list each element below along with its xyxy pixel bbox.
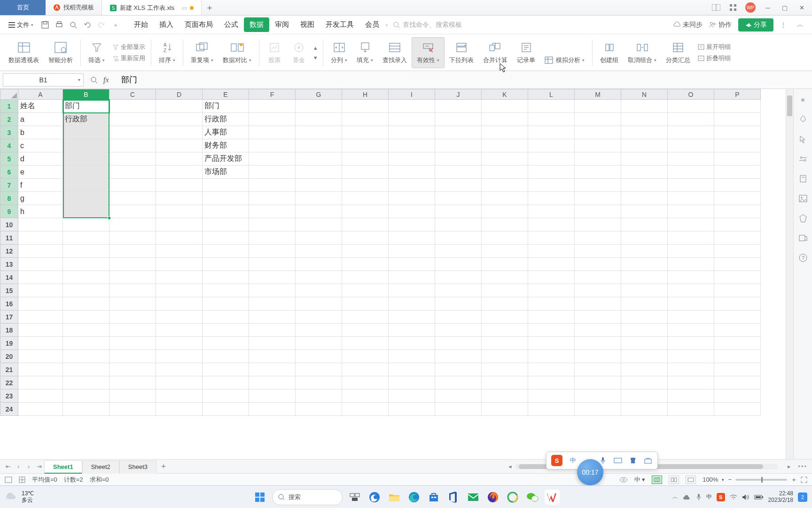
cell-H6[interactable] [342, 166, 389, 179]
edge-icon[interactable] [406, 490, 422, 505]
tab-home[interactable]: 首页 [0, 0, 46, 15]
cell-H11[interactable] [342, 231, 389, 245]
cell-A19[interactable] [18, 337, 63, 350]
dropdown-list-button[interactable]: 下拉列表 [445, 37, 478, 68]
cell-O14[interactable] [668, 271, 714, 284]
cell-C14[interactable] [109, 271, 156, 284]
row-header-13[interactable]: 13 [0, 258, 18, 271]
cell-E3[interactable]: 人事部 [203, 126, 249, 139]
col-header-H[interactable]: H [342, 89, 389, 100]
cell-O5[interactable] [668, 152, 714, 166]
row-header-1[interactable]: 1 [0, 100, 18, 113]
store-icon[interactable] [426, 490, 441, 505]
cell-D19[interactable] [156, 337, 203, 350]
cell-E14[interactable] [203, 271, 249, 284]
data-compare-button[interactable]: 数据对比 [218, 37, 256, 68]
cell-I3[interactable] [389, 126, 435, 139]
cell-D21[interactable] [156, 363, 203, 376]
row-header-8[interactable]: 8 [0, 192, 18, 205]
menu-开发工具[interactable]: 开发工具 [320, 17, 359, 32]
cell-N12[interactable] [621, 245, 668, 258]
cell-I5[interactable] [389, 152, 435, 166]
cell-B21[interactable] [63, 363, 109, 376]
cell-O2[interactable] [668, 113, 714, 126]
cell-O13[interactable] [668, 258, 714, 271]
cell-F3[interactable] [249, 126, 296, 139]
menu-开始[interactable]: 开始 [128, 17, 154, 32]
cell-E11[interactable] [203, 231, 249, 245]
cell-N5[interactable] [621, 152, 668, 166]
cell-C9[interactable] [109, 205, 156, 218]
cell-A12[interactable] [18, 245, 63, 258]
find-entry-button[interactable]: 查找录入 [378, 37, 412, 68]
cell-G21[interactable] [296, 363, 342, 376]
new-tab-button[interactable]: ＋ [202, 0, 217, 15]
cell-A24[interactable] [18, 403, 63, 416]
sheet-tab-Sheet2[interactable]: Sheet2 [82, 460, 119, 474]
cell-J8[interactable] [435, 192, 482, 205]
cell-grid[interactable]: ABCDEFGHIJKLMNOP1姓名部门部门2a行政部行政部3b人事部4c财务… [0, 89, 786, 459]
ime-toolbox-icon[interactable] [643, 456, 653, 465]
cell-B12[interactable] [63, 245, 109, 258]
recording-timer-bubble[interactable]: 00:17 [577, 459, 603, 485]
cell-K4[interactable] [482, 139, 528, 152]
cell-K5[interactable] [482, 152, 528, 166]
sort-button[interactable]: AZ排序 [154, 37, 180, 68]
cell-J6[interactable] [435, 166, 482, 179]
col-header-O[interactable]: O [668, 89, 714, 100]
cell-E15[interactable] [203, 284, 249, 297]
tray-clock[interactable]: 22:482023/2/18 [768, 491, 793, 503]
sidepanel-settings-icon[interactable] [798, 154, 808, 164]
cell-K3[interactable] [482, 126, 528, 139]
cell-B20[interactable] [63, 350, 109, 363]
cell-D23[interactable] [156, 389, 203, 403]
cell-J13[interactable] [435, 258, 482, 271]
cell-M11[interactable] [575, 231, 621, 245]
group-button[interactable]: 创建组 [595, 37, 623, 68]
cell-H8[interactable] [342, 192, 389, 205]
cell-M10[interactable] [575, 218, 621, 231]
cell-H13[interactable] [342, 258, 389, 271]
menu-插入[interactable]: 插入 [154, 17, 179, 32]
sheet-prev-button[interactable]: ‹ [13, 463, 23, 470]
ime-skin-icon[interactable] [628, 456, 638, 465]
cell-B23[interactable] [63, 389, 109, 403]
cell-C1[interactable] [109, 100, 156, 113]
cell-J15[interactable] [435, 284, 482, 297]
cell-N24[interactable] [621, 403, 668, 416]
cell-D13[interactable] [156, 258, 203, 271]
view-page-button[interactable] [669, 476, 679, 484]
cell-C20[interactable] [109, 350, 156, 363]
cell-M4[interactable] [575, 139, 621, 152]
cell-I7[interactable] [389, 179, 435, 192]
cell-D15[interactable] [156, 284, 203, 297]
row-header-2[interactable]: 2 [0, 113, 18, 126]
cell-B8[interactable] [63, 192, 109, 205]
cell-C22[interactable] [109, 376, 156, 389]
cell-F4[interactable] [249, 139, 296, 152]
cell-G22[interactable] [296, 376, 342, 389]
print-button[interactable] [53, 19, 65, 31]
cell-A18[interactable] [18, 324, 63, 337]
cell-J5[interactable] [435, 152, 482, 166]
menu-视图[interactable]: 视图 [295, 17, 320, 32]
cell-I18[interactable] [389, 324, 435, 337]
col-header-I[interactable]: I [389, 89, 435, 100]
row-header-22[interactable]: 22 [0, 376, 18, 389]
cell-C21[interactable] [109, 363, 156, 376]
cell-J12[interactable] [435, 245, 482, 258]
cell-M5[interactable] [575, 152, 621, 166]
cell-K16[interactable] [482, 297, 528, 310]
row-header-21[interactable]: 21 [0, 363, 18, 376]
row-header-4[interactable]: 4 [0, 139, 18, 152]
cell-C24[interactable] [109, 403, 156, 416]
cell-J23[interactable] [435, 389, 482, 403]
view-normal-button[interactable] [652, 476, 662, 484]
status-cell-icon[interactable] [19, 476, 25, 483]
row-header-9[interactable]: 9 [0, 205, 18, 218]
cell-D24[interactable] [156, 403, 203, 416]
cell-F13[interactable] [249, 258, 296, 271]
stock-button[interactable]: 股票 [262, 37, 287, 68]
cell-C11[interactable] [109, 231, 156, 245]
cell-E6[interactable]: 市场部 [203, 166, 249, 179]
